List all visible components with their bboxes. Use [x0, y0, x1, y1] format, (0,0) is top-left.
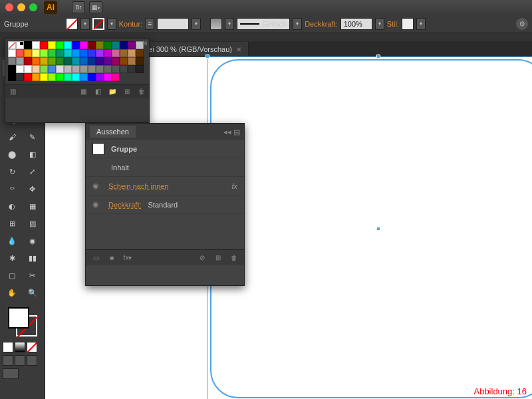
- swatch-cell[interactable]: [96, 41, 104, 49]
- brush-definition[interactable]: Einfach: [237, 18, 290, 30]
- fill-swatch[interactable]: [66, 18, 78, 30]
- eyedropper-tool[interactable]: 💧: [3, 233, 21, 249]
- swatch-cell[interactable]: [72, 73, 80, 81]
- appearance-opacity-link[interactable]: Deckkraft:: [108, 201, 142, 209]
- appearance-tab[interactable]: Aussehen: [90, 126, 136, 138]
- appearance-content-label[interactable]: Inhalt: [111, 164, 129, 172]
- swatch-cell[interactable]: [8, 57, 16, 65]
- swatch-cell[interactable]: [32, 41, 40, 49]
- swatch-cell[interactable]: [16, 57, 24, 65]
- duplicate-item-icon[interactable]: ⊞: [213, 253, 223, 263]
- swatch-cell[interactable]: [112, 41, 120, 49]
- draw-behind-button[interactable]: [15, 355, 25, 366]
- swatch-cell[interactable]: [88, 57, 96, 65]
- swatch-cell[interactable]: [136, 57, 144, 65]
- opacity-dropdown[interactable]: ▾: [375, 18, 384, 30]
- swatch-cell[interactable]: [104, 41, 112, 49]
- swatch-cell[interactable]: [40, 57, 48, 65]
- add-stroke-icon[interactable]: ▭: [91, 253, 100, 263]
- swatch-cell[interactable]: [40, 49, 48, 57]
- swatch-cell[interactable]: [40, 73, 48, 81]
- swatch-cell[interactable]: [96, 57, 104, 65]
- brush-dropdown[interactable]: ▾: [293, 18, 302, 30]
- swatch-cell[interactable]: [112, 49, 120, 57]
- swatch-cell[interactable]: [48, 57, 56, 65]
- swatch-cell[interactable]: [8, 73, 16, 81]
- stroke-dropdown[interactable]: ▾: [107, 18, 116, 30]
- handle-nw[interactable]: [205, 55, 209, 59]
- swatch-cell[interactable]: [80, 65, 88, 73]
- swatch-cell[interactable]: [112, 57, 120, 65]
- handle-center[interactable]: [376, 227, 380, 231]
- swatch-cell[interactable]: [80, 49, 88, 57]
- blend-tool[interactable]: ◉: [23, 233, 42, 249]
- swatch-cell[interactable]: [80, 73, 88, 81]
- fx-icon[interactable]: fx: [231, 182, 237, 190]
- swatch-cell[interactable]: [72, 65, 80, 73]
- swatch-cell[interactable]: [112, 65, 120, 73]
- swatch-cell[interactable]: [88, 41, 96, 49]
- stroke-weight-stepper[interactable]: ≑: [145, 18, 154, 30]
- new-color-group-icon[interactable]: 📁: [108, 87, 117, 96]
- swatch-cell[interactable]: [80, 41, 88, 49]
- mesh-tool[interactable]: ⊞: [3, 215, 21, 231]
- swatch-cell[interactable]: [56, 41, 64, 49]
- swatch-cell[interactable]: [32, 65, 40, 73]
- graphic-style-swatch[interactable]: [402, 18, 414, 30]
- swatch-cell[interactable]: [8, 65, 16, 73]
- bridge-button[interactable]: Br: [72, 1, 85, 13]
- swatch-cell[interactable]: [88, 49, 96, 57]
- swatch-cell[interactable]: [40, 41, 48, 49]
- swatch-cell[interactable]: [48, 41, 56, 49]
- swatch-cell[interactable]: [24, 57, 32, 65]
- swatch-cell[interactable]: [72, 49, 80, 57]
- swatch-cell[interactable]: [56, 65, 64, 73]
- show-swatch-kinds-icon[interactable]: ▦: [78, 87, 88, 96]
- free-transform-tool[interactable]: ✥: [23, 181, 42, 197]
- screen-mode-button[interactable]: [3, 368, 19, 379]
- swatch-cell[interactable]: [96, 65, 104, 73]
- swatch-cell[interactable]: [8, 41, 16, 49]
- stroke-weight-dropdown[interactable]: ▾: [192, 18, 201, 30]
- swatch-cell[interactable]: [64, 57, 72, 65]
- opacity-input[interactable]: [340, 18, 372, 30]
- swatch-cell[interactable]: [120, 49, 128, 57]
- swatch-cell[interactable]: [72, 57, 80, 65]
- swatch-cell[interactable]: [88, 65, 96, 73]
- swatch-cell[interactable]: [56, 73, 64, 81]
- swatch-cell[interactable]: [8, 49, 16, 57]
- none-mode-button[interactable]: [27, 342, 37, 352]
- swatch-cell[interactable]: [104, 57, 112, 65]
- swatch-cell[interactable]: [72, 41, 80, 49]
- perspective-grid-tool[interactable]: ▦: [23, 198, 42, 214]
- swatch-cell[interactable]: [16, 49, 24, 57]
- swatch-cell[interactable]: [64, 65, 72, 73]
- swatch-cell[interactable]: [24, 41, 32, 49]
- stroke-swatch[interactable]: [92, 18, 104, 30]
- gradient-tool[interactable]: ▨: [23, 215, 42, 231]
- delete-swatch-icon[interactable]: 🗑: [137, 87, 146, 96]
- swatch-cell[interactable]: [120, 41, 128, 49]
- symbol-sprayer-tool[interactable]: ✱: [3, 250, 21, 266]
- swatch-cell[interactable]: [48, 49, 56, 57]
- variable-width-dropdown[interactable]: ▾: [225, 18, 234, 30]
- scale-tool[interactable]: ⤢: [23, 164, 42, 180]
- hand-tool[interactable]: ✋: [3, 285, 21, 301]
- artboard-tool[interactable]: ▢: [3, 267, 21, 283]
- swatch-libraries-icon[interactable]: ▥: [8, 87, 17, 96]
- close-window-icon[interactable]: [5, 3, 13, 11]
- draw-normal-button[interactable]: [3, 355, 13, 366]
- close-tab-icon[interactable]: ✕: [236, 46, 241, 53]
- draw-inside-button[interactable]: [27, 355, 37, 366]
- add-effect-icon[interactable]: fx▾: [123, 253, 132, 263]
- fill-dropdown[interactable]: ▾: [80, 18, 90, 30]
- arrange-documents-button[interactable]: ▦▾: [89, 1, 102, 13]
- swatch-cell[interactable]: [40, 65, 48, 73]
- swatch-cell[interactable]: [104, 49, 112, 57]
- swatch-cell[interactable]: [96, 73, 104, 81]
- swatch-cell[interactable]: [128, 49, 136, 57]
- color-mode-button[interactable]: [3, 342, 13, 352]
- swatch-cell[interactable]: [104, 73, 112, 81]
- blob-brush-tool[interactable]: ⬤: [3, 146, 21, 162]
- swatch-cell[interactable]: [104, 65, 112, 73]
